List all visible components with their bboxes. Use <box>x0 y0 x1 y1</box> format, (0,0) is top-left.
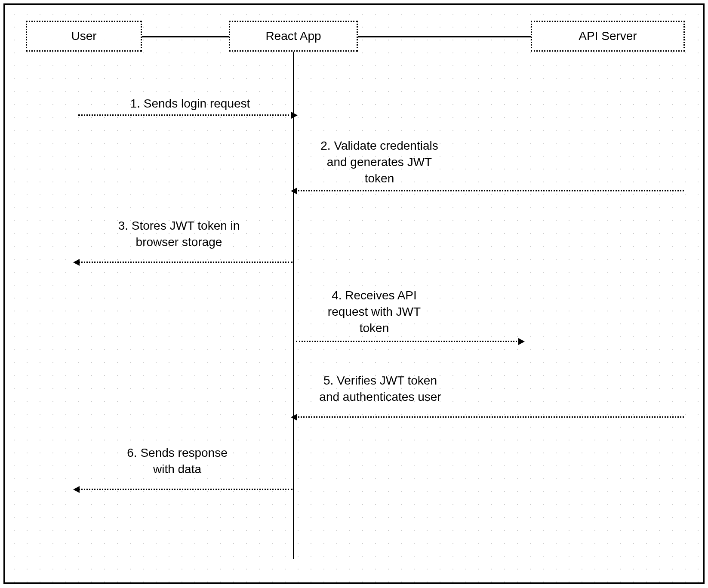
entity-label: React App <box>265 29 321 43</box>
arrowhead-icon <box>291 112 298 119</box>
lifeline <box>293 52 294 559</box>
connector-line <box>358 36 531 37</box>
message-label: 4. Receives API request with JWT token <box>314 287 434 336</box>
message-label: 3. Stores JWT token in browser storage <box>110 218 248 250</box>
entity-user: User <box>26 21 142 52</box>
arrowhead-icon <box>73 259 80 266</box>
arrowhead-icon <box>73 486 80 493</box>
entity-label: API Server <box>579 29 637 43</box>
message-arrow <box>296 341 520 342</box>
message-arrow <box>78 489 292 490</box>
entity-react-app: React App <box>229 21 358 52</box>
message-label: 5. Verifies JWT token and authenticates … <box>307 373 453 405</box>
entity-label: User <box>71 29 96 43</box>
message-arrow <box>296 416 684 418</box>
arrowhead-icon <box>291 188 297 194</box>
sequence-diagram: User React App API Server 1. Sends login… <box>3 3 705 584</box>
message-arrow <box>296 190 684 191</box>
message-label: 2. Validate credentials and generates JW… <box>311 138 448 186</box>
message-arrow <box>78 262 292 263</box>
arrowhead-icon <box>291 414 297 421</box>
arrowhead-icon <box>518 338 525 345</box>
message-arrow <box>78 114 292 116</box>
connector-line <box>142 36 229 37</box>
message-label: 1. Sends login request <box>126 95 255 112</box>
entity-api-server: API Server <box>531 21 685 52</box>
message-label: 6. Sends response with data <box>117 445 237 477</box>
